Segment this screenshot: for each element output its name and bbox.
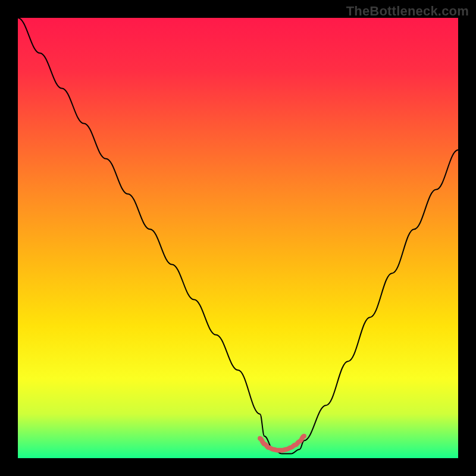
plot-background [18, 18, 458, 458]
chart-frame: { "watermark": "TheBottleneck.com", "col… [0, 0, 476, 476]
watermark-text: TheBottleneck.com [346, 4, 469, 19]
chart-svg [0, 0, 476, 476]
